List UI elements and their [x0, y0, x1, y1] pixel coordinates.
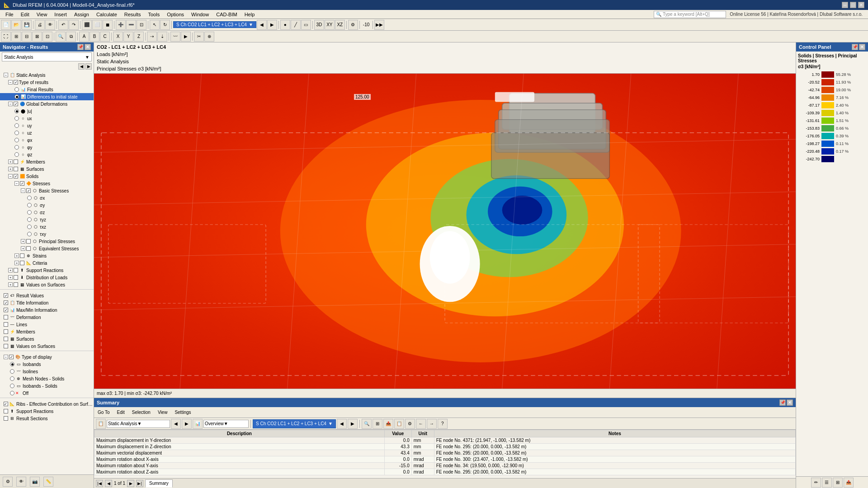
expand-members[interactable]: +: [8, 160, 13, 164]
tb2-a[interactable]: A: [79, 32, 89, 42]
menu-assign[interactable]: Assign: [71, 10, 93, 19]
menu-cadbim[interactable]: CAD-BIM: [212, 10, 241, 19]
summary-next-lc[interactable]: ▶: [348, 419, 358, 429]
cp-grid-btn[interactable]: ⊞: [833, 478, 843, 488]
off-radio[interactable]: [10, 391, 14, 395]
viewxz-btn[interactable]: XZ: [335, 20, 345, 30]
nav-lines2[interactable]: — Lines: [0, 321, 94, 328]
select-btn[interactable]: ↖: [150, 20, 160, 30]
model-view-btn[interactable]: ⬛: [82, 20, 92, 30]
nav-txy[interactable]: ⬡ τxy: [0, 230, 94, 238]
nav-diff-initial-state[interactable]: 📊 Differences to initial state: [0, 93, 94, 100]
nav-ribs[interactable]: ✓ 📐 Ribs - Effective Contribution on Sur…: [0, 400, 94, 408]
cp-export-btn[interactable]: 📤: [844, 478, 854, 488]
summary-copy-btn[interactable]: 📋: [394, 419, 404, 429]
summary-goto[interactable]: Go To: [96, 408, 112, 417]
expand-strains[interactable]: +: [14, 253, 19, 258]
nav-result-sections[interactable]: ⊞ Result Sections: [0, 415, 94, 422]
tb2-axis2[interactable]: Y: [123, 32, 133, 42]
nav-phix[interactable]: ○ φx: [0, 136, 94, 144]
nav-maxmin-info[interactable]: ✓ 📊 Max/Min Information: [0, 306, 94, 314]
ux-radio[interactable]: [14, 116, 19, 121]
summary-back-btn[interactable]: ←: [416, 419, 426, 429]
menu-window[interactable]: Window: [188, 10, 212, 19]
sy-radio[interactable]: [27, 203, 32, 207]
nav-criteria[interactable]: + 📐 Criteria: [0, 259, 94, 267]
nav-title-info[interactable]: ✓ 📋 Title Information: [0, 299, 94, 306]
summary-settings-btn[interactable]: ⚙: [405, 419, 415, 429]
expand-solids[interactable]: −: [8, 174, 13, 178]
uz-radio[interactable]: [14, 131, 19, 135]
menu-tools[interactable]: Tools: [144, 10, 163, 19]
menu-file[interactable]: File: [2, 10, 17, 19]
expand-stresses[interactable]: −: [14, 181, 19, 186]
nav-sz[interactable]: ⬡ σz: [0, 209, 94, 216]
summary-close-btn[interactable]: ✕: [787, 399, 793, 406]
expand-val-surf[interactable]: +: [8, 282, 13, 287]
summary-overview-icon[interactable]: 📊: [193, 419, 203, 429]
nav-strains[interactable]: + ⊕ Strains: [0, 252, 94, 259]
cp-close-btn[interactable]: ✕: [859, 44, 865, 50]
nav-camera-btn[interactable]: 📷: [30, 477, 40, 487]
txy-radio[interactable]: [27, 232, 32, 236]
nav-ux[interactable]: ○ ux: [0, 115, 94, 122]
fit-btn[interactable]: ⊡: [137, 20, 146, 30]
member-btn[interactable]: ╱: [291, 20, 301, 30]
search-input[interactable]: 🔍 Type a keyword [Alt+Q]: [654, 11, 726, 18]
nav-isobands[interactable]: ▭ Isobands: [0, 361, 94, 368]
tyz-radio[interactable]: [27, 217, 32, 222]
nav-surfaces2[interactable]: ▦ Surfaces: [0, 335, 94, 343]
nav-sx[interactable]: ⬡ σx: [0, 194, 94, 202]
nav-stresses[interactable]: − ✓ 🔶 Stresses: [0, 180, 94, 187]
tb2-c[interactable]: C: [100, 32, 110, 42]
menu-results[interactable]: Results: [121, 10, 145, 19]
expand-type-of-results[interactable]: −: [4, 73, 8, 77]
isobands-solids-radio[interactable]: [10, 384, 14, 388]
menu-calculate[interactable]: Calculate: [93, 10, 121, 19]
mesh-nodes-radio[interactable]: [10, 376, 14, 381]
tb2-extra1[interactable]: ⇢: [147, 32, 157, 42]
final-results-radio[interactable]: [14, 87, 19, 92]
sum-first-btn[interactable]: |◀: [96, 480, 103, 487]
nav-result-values[interactable]: ✓ 🏷 Result Values: [0, 292, 94, 299]
txz-radio[interactable]: [27, 225, 32, 229]
nav-close-btn[interactable]: ✕: [85, 44, 91, 50]
summary-analysis-combo[interactable]: Static Analysis ▼: [107, 420, 170, 428]
nav-static-analysis[interactable]: − 📋 Static Analysis: [0, 71, 94, 79]
diff-initial-radio[interactable]: [14, 94, 19, 99]
node-btn[interactable]: ●: [280, 20, 290, 30]
lc-combo[interactable]: S Ch CO2 LC1 + LC2 + LC3 + LC4 ▼: [173, 21, 256, 28]
nav-type-of-results[interactable]: − ✓ Type of results: [0, 79, 94, 86]
wireframe-btn[interactable]: ⬜: [92, 20, 102, 30]
nav-values-on-surfaces[interactable]: + ▦ Values on Surfaces: [0, 281, 94, 288]
nav-equivalent-stresses[interactable]: + ⬡ Equivalent Stresses: [0, 245, 94, 252]
expand-principal[interactable]: +: [21, 239, 25, 244]
nav-mesh-nodes-solids[interactable]: ⊕ Mesh Nodes - Solids: [0, 375, 94, 382]
tb2-section[interactable]: ⊕: [204, 32, 214, 42]
cp-edit-btn[interactable]: ✏: [811, 478, 821, 488]
nav-off[interactable]: ✕ Off: [0, 389, 94, 397]
expand-type-results[interactable]: −: [8, 80, 13, 84]
expand-basic-stresses[interactable]: −: [21, 188, 25, 193]
menu-edit[interactable]: Edit: [17, 10, 33, 19]
tb2-anim[interactable]: ▶: [181, 32, 191, 42]
print-button[interactable]: 🖨: [35, 20, 45, 30]
tb2-axis3[interactable]: Z: [134, 32, 144, 42]
nav-eye-btn[interactable]: 👁: [16, 477, 26, 487]
summary-filter-btn[interactable]: 🔍: [362, 419, 372, 429]
viewxy-btn[interactable]: XY: [325, 20, 335, 30]
summary-prev-analysis[interactable]: ◀: [171, 419, 181, 429]
expand-criteria[interactable]: +: [14, 261, 19, 265]
maximize-button[interactable]: □: [850, 2, 856, 8]
summary-table-icon[interactable]: 📋: [96, 419, 106, 429]
nav-tyz[interactable]: ⬡ τyz: [0, 216, 94, 223]
nav-sy[interactable]: ⬡ σy: [0, 202, 94, 209]
menu-help[interactable]: Help: [241, 10, 259, 19]
nav-isolines[interactable]: 〰 Isolines: [0, 368, 94, 375]
nav-analysis-combo[interactable]: Static Analysis ▼: [2, 52, 92, 61]
tb2-extra2[interactable]: ⇣: [157, 32, 167, 42]
nav-uy[interactable]: ○ uy: [0, 122, 94, 129]
summary-selection[interactable]: Selection: [130, 408, 152, 417]
summary-help-btn[interactable]: ?: [438, 419, 448, 429]
next-lc-btn[interactable]: ▶: [267, 20, 277, 30]
